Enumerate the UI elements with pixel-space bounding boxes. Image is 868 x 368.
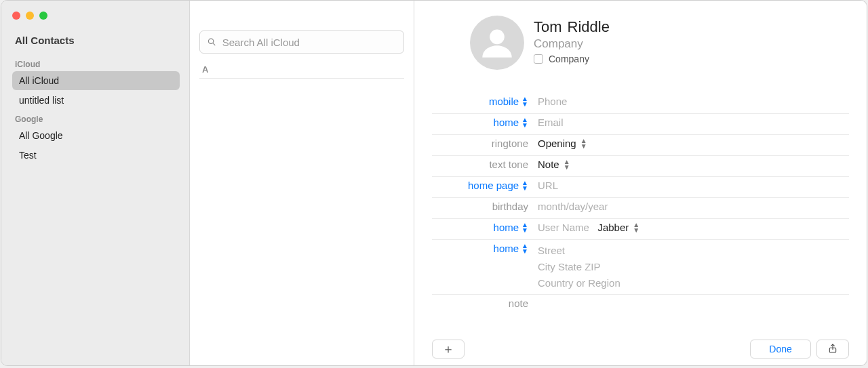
contact-fields: mobile ▲▼ Phone home ▲▼ Email ringtone O… xyxy=(432,93,849,316)
sidebar-group-icloud: iCloud xyxy=(9,56,182,70)
im-service-select[interactable]: Jabber xyxy=(597,222,629,233)
add-field-button[interactable]: ＋ xyxy=(432,340,465,359)
birthday-label: birthday xyxy=(432,201,532,212)
email-label[interactable]: home ▲▼ xyxy=(432,117,532,128)
close-icon[interactable] xyxy=(12,12,20,20)
field-ringtone: ringtone Opening ▲▼ xyxy=(432,135,849,156)
field-address: home ▲▼ Street City State ZIP Country or… xyxy=(432,240,849,295)
chevron-updown-icon[interactable]: ▲▼ xyxy=(521,180,528,191)
homepage-label[interactable]: home page ▲▼ xyxy=(432,180,532,191)
search-icon xyxy=(207,37,217,47)
chevron-updown-icon[interactable]: ▲▼ xyxy=(521,222,528,233)
sidebar-title[interactable]: All Contacts xyxy=(9,32,182,56)
contact-name[interactable]: TomRiddle xyxy=(534,18,610,36)
field-birthday: birthday month/day/year xyxy=(432,198,849,219)
share-icon xyxy=(827,343,838,356)
share-button[interactable] xyxy=(816,340,849,359)
name-block: TomRiddle Company Company xyxy=(534,16,610,64)
contact-detail: TomRiddle Company Company mobile ▲▼ Phon… xyxy=(414,1,867,365)
list-section-letter: A xyxy=(202,64,208,75)
homepage-input[interactable]: URL xyxy=(532,180,849,191)
detail-footer: ＋ Done xyxy=(432,333,849,359)
list-section-header: A xyxy=(199,63,404,79)
texttone-select[interactable]: Note ▲▼ xyxy=(532,159,849,170)
chevron-updown-icon[interactable]: ▲▼ xyxy=(633,222,639,233)
first-name-field[interactable]: Tom xyxy=(534,18,562,35)
checkbox-icon[interactable] xyxy=(534,54,543,64)
search-field[interactable] xyxy=(199,30,404,54)
field-texttone: text tone Note ▲▼ xyxy=(432,156,849,177)
avatar[interactable] xyxy=(470,16,524,70)
sidebar-item-all-google[interactable]: All Google xyxy=(12,126,180,145)
person-icon xyxy=(479,25,515,60)
im-input[interactable]: User Name Jabber ▲▼ xyxy=(532,222,849,233)
sidebar-group-google: Google xyxy=(9,110,182,125)
field-homepage: home page ▲▼ URL xyxy=(432,177,849,198)
chevron-updown-icon[interactable]: ▲▼ xyxy=(521,117,528,128)
chevron-updown-icon[interactable]: ▲▼ xyxy=(580,138,587,149)
address-label[interactable]: home ▲▼ xyxy=(432,243,532,254)
sidebar-item-untitled-list[interactable]: untitled list xyxy=(12,91,180,110)
contact-header: TomRiddle Company Company xyxy=(432,16,849,70)
search-input[interactable] xyxy=(222,37,397,48)
window-traffic-lights xyxy=(9,9,182,32)
im-label[interactable]: home ▲▼ xyxy=(432,222,532,233)
svg-point-2 xyxy=(490,30,505,45)
email-input[interactable]: Email xyxy=(532,117,849,128)
fullscreen-icon[interactable] xyxy=(39,12,47,20)
chevron-updown-icon[interactable]: ▲▼ xyxy=(564,159,570,170)
sidebar-item-test[interactable]: Test xyxy=(12,146,180,165)
note-label: note xyxy=(432,298,532,309)
contacts-window: All Contacts iCloud All iCloud untitled … xyxy=(1,0,867,366)
field-note: note xyxy=(432,295,849,316)
done-button[interactable]: Done xyxy=(750,340,811,359)
texttone-label: text tone xyxy=(432,159,532,170)
birthday-input[interactable]: month/day/year xyxy=(532,201,849,212)
svg-line-1 xyxy=(213,43,215,45)
minimize-icon[interactable] xyxy=(26,12,34,20)
field-phone: mobile ▲▼ Phone xyxy=(432,93,849,114)
is-company-label: Company xyxy=(549,54,589,64)
last-name-field[interactable]: Riddle xyxy=(568,18,610,35)
field-im: home ▲▼ User Name Jabber ▲▼ xyxy=(432,219,849,240)
sidebar: All Contacts iCloud All iCloud untitled … xyxy=(1,1,190,365)
ringtone-select[interactable]: Opening ▲▼ xyxy=(532,138,849,149)
phone-label[interactable]: mobile ▲▼ xyxy=(432,96,532,107)
company-field[interactable]: Company xyxy=(534,37,610,51)
is-company-toggle[interactable]: Company xyxy=(534,54,610,64)
chevron-updown-icon[interactable]: ▲▼ xyxy=(521,96,528,107)
ringtone-label: ringtone xyxy=(432,138,532,149)
sidebar-item-all-icloud[interactable]: All iCloud xyxy=(12,71,180,90)
contacts-list-column: A xyxy=(190,1,414,365)
chevron-updown-icon[interactable]: ▲▼ xyxy=(521,243,528,254)
address-input[interactable]: Street City State ZIP Country or Region xyxy=(532,243,849,291)
svg-point-0 xyxy=(208,39,213,43)
field-email: home ▲▼ Email xyxy=(432,114,849,135)
plus-icon: ＋ xyxy=(442,343,454,355)
phone-input[interactable]: Phone xyxy=(532,96,849,107)
